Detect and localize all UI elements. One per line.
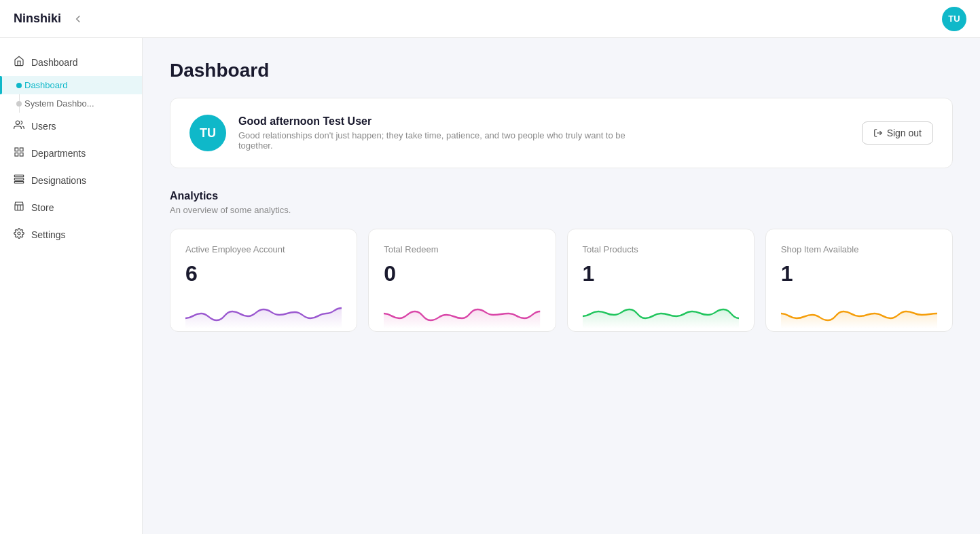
topbar: Ninshiki TU	[0, 0, 980, 38]
sidebar-item-users[interactable]: Users	[0, 113, 142, 140]
stat-card-shop-item-available: Shop Item Available 1	[765, 229, 953, 332]
sidebar: Dashboard Dashboard System Dashbo...	[0, 38, 143, 534]
sidebar-item-system-dashboard[interactable]: System Dashbo...	[0, 94, 142, 113]
stat-label: Total Products	[583, 244, 739, 254]
stat-value: 0	[384, 261, 540, 286]
sidebar-item-dashboard[interactable]: Dashboard	[0, 76, 142, 94]
sign-out-label: Sign out	[887, 128, 922, 138]
analytics-title: Analytics	[170, 190, 953, 202]
user-avatar-top[interactable]: TU	[942, 7, 966, 31]
tree-dot-inactive	[16, 101, 22, 107]
sidebar-item-designations[interactable]: Designations	[0, 167, 142, 194]
svg-point-0	[16, 121, 19, 124]
stat-value: 1	[781, 261, 937, 286]
stat-wave-total-redeem	[384, 294, 540, 328]
svg-rect-1	[15, 148, 18, 151]
sidebar-item-store[interactable]: Store	[0, 194, 142, 221]
analytics-section: Analytics An overview of some analytics.…	[170, 190, 953, 332]
svg-rect-2	[20, 148, 23, 151]
sidebar-label-dashboard: Dashboard	[24, 80, 68, 90]
departments-icon	[14, 147, 24, 160]
sidebar-label-designations: Designations	[31, 175, 86, 186]
svg-rect-5	[14, 175, 23, 177]
stat-wave-total-products	[583, 294, 739, 328]
user-avatar-large: TU	[189, 115, 226, 151]
sidebar-label-dashboard-top: Dashboard	[31, 57, 78, 68]
store-icon	[14, 201, 24, 214]
sidebar-item-dashboard-top[interactable]: Dashboard	[0, 49, 142, 76]
svg-rect-7	[14, 181, 23, 183]
sidebar-label-departments: Departments	[31, 148, 86, 159]
designations-icon	[14, 174, 24, 187]
tree-dot-active	[16, 83, 22, 88]
settings-icon	[14, 228, 24, 242]
stat-wave-shop-item-available	[781, 294, 937, 328]
svg-point-8	[18, 232, 20, 235]
sign-out-icon	[873, 128, 883, 138]
stat-value: 1	[583, 261, 739, 286]
stat-label: Shop Item Available	[781, 244, 937, 254]
welcome-greeting: Good afternoon Test User	[238, 115, 646, 128]
stat-card-total-redeem: Total Redeem 0	[368, 229, 556, 332]
users-icon	[14, 119, 24, 133]
stat-card-active-employee: Active Employee Account 6	[170, 229, 357, 332]
analytics-subtitle: An overview of some analytics.	[170, 205, 953, 215]
welcome-left: TU Good afternoon Test User Good relatio…	[189, 115, 646, 151]
app-name: Ninshiki	[14, 12, 61, 26]
layout: Dashboard Dashboard System Dashbo...	[0, 38, 980, 534]
stat-card-total-products: Total Products 1	[567, 229, 755, 332]
stats-grid: Active Employee Account 6 Total Redeem 0…	[170, 229, 953, 332]
sidebar-label-settings: Settings	[31, 229, 66, 240]
svg-rect-3	[20, 153, 23, 156]
stat-wave-active-employee	[185, 294, 342, 328]
welcome-card: TU Good afternoon Test User Good relatio…	[170, 98, 953, 168]
sidebar-tree-group: Dashboard System Dashbo...	[0, 76, 142, 113]
main-content: Dashboard TU Good afternoon Test User Go…	[143, 38, 980, 534]
sidebar-label-store: Store	[31, 202, 54, 213]
sidebar-label-system-dashboard: System Dashbo...	[24, 98, 94, 109]
stat-value: 6	[185, 261, 342, 286]
sidebar-item-settings[interactable]: Settings	[0, 221, 142, 248]
collapse-button[interactable]	[72, 13, 84, 25]
sidebar-label-users: Users	[31, 121, 56, 132]
svg-rect-4	[15, 153, 18, 156]
topbar-left: Ninshiki	[14, 12, 84, 26]
welcome-quote: Good relationships don't just happen; th…	[238, 130, 646, 151]
page-title: Dashboard	[170, 60, 953, 81]
sign-out-button[interactable]: Sign out	[862, 121, 933, 145]
welcome-text: Good afternoon Test User Good relationsh…	[238, 115, 646, 151]
stat-label: Active Employee Account	[185, 244, 342, 254]
home-icon	[14, 56, 24, 69]
stat-label: Total Redeem	[384, 244, 540, 254]
sidebar-item-departments[interactable]: Departments	[0, 140, 142, 167]
svg-rect-6	[14, 178, 23, 180]
